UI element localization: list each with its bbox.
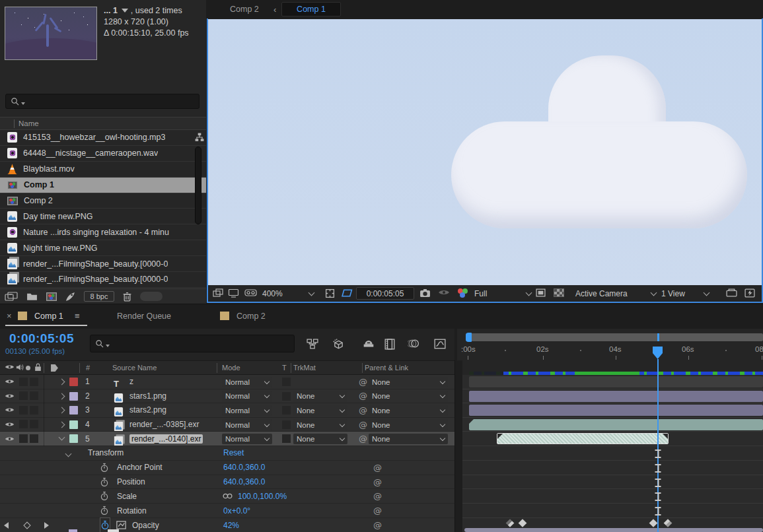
layer-trkmat-select[interactable]: None xyxy=(293,434,347,445)
stopwatch-icon[interactable] xyxy=(100,504,108,517)
layer-row[interactable]: 2 stars1.png Normal None @ None xyxy=(0,389,462,404)
pickwhip-icon[interactable]: @ xyxy=(373,475,382,489)
layer-trkmat-select[interactable]: None xyxy=(293,405,347,416)
layer-t-toggle[interactable] xyxy=(282,434,291,443)
reset-link[interactable]: Reset xyxy=(223,446,244,460)
mask-visibility-icon[interactable] xyxy=(342,288,353,298)
layer-mode-select[interactable]: Normal xyxy=(222,405,272,416)
rocket-icon[interactable] xyxy=(65,292,75,302)
fast-previews-icon[interactable] xyxy=(745,288,755,298)
timeline-tab-comp2[interactable]: Comp 2 xyxy=(236,312,266,321)
layer-audio-cell[interactable] xyxy=(19,391,28,400)
timeline-search-input[interactable] xyxy=(90,335,295,352)
property-value[interactable]: 0x+0.0° xyxy=(223,504,250,517)
layer-mode-select[interactable]: Normal xyxy=(222,391,272,402)
layer-solo-cell[interactable] xyxy=(30,420,38,428)
camera-view-select[interactable]: Active Camera xyxy=(575,288,656,299)
lock-column-icon[interactable] xyxy=(34,363,42,372)
stopwatch-icon[interactable] xyxy=(100,475,108,489)
pickwhip-icon[interactable]: @ xyxy=(373,504,382,517)
preview-dropdown-caret[interactable] xyxy=(122,9,128,13)
layer-name[interactable]: stars2.png xyxy=(129,403,166,417)
keyframe-navigator[interactable] xyxy=(3,518,55,532)
layer-visibility-toggle[interactable] xyxy=(5,418,15,432)
layer-parent-select[interactable]: None xyxy=(369,391,448,402)
layer-row[interactable]: 5 render_...-0140].exr Normal None @ Non… xyxy=(0,432,462,446)
layer-mode-select[interactable]: Normal xyxy=(222,434,272,445)
interpret-footage-icon[interactable] xyxy=(5,292,18,302)
viewer-tab-comp2[interactable]: Comp 2 xyxy=(230,5,259,14)
layer-parent-select[interactable]: None xyxy=(369,405,448,416)
show-snapshot-eye-icon[interactable] xyxy=(438,288,450,296)
motion-blur-icon[interactable] xyxy=(408,339,419,349)
work-area-start-handle[interactable] xyxy=(466,333,472,342)
name-column-header[interactable]: Name xyxy=(18,117,39,130)
layer-mode-select[interactable]: Normal xyxy=(222,377,272,388)
layer-expander[interactable] xyxy=(59,379,65,385)
work-area-bar[interactable] xyxy=(466,333,763,341)
pickwhip-icon[interactable]: @ xyxy=(359,389,367,403)
graph-editor-icon[interactable] xyxy=(434,339,446,349)
layer-label-color[interactable] xyxy=(69,434,78,443)
layer-name[interactable]: stars1.png xyxy=(129,389,166,403)
current-time-display[interactable]: 0:00:05:05 xyxy=(9,331,74,346)
timeline-tab-render-queue[interactable]: Render Queue xyxy=(117,312,171,321)
layer-row[interactable]: 4 render_...-0385].exr Normal None @ Non… xyxy=(0,418,462,432)
project-item-row[interactable]: Night time new.PNG xyxy=(0,240,206,256)
search-options-caret[interactable] xyxy=(21,102,25,105)
layer-audio-cell[interactable] xyxy=(19,420,28,428)
layer-trkmat-select[interactable]: None xyxy=(293,419,347,430)
viewer-back-chevron[interactable]: ‹ xyxy=(273,5,276,15)
layer-expander[interactable] xyxy=(59,407,65,414)
property-value[interactable]: 640.0,360.0 xyxy=(223,461,265,475)
grid-options-icon[interactable] xyxy=(325,288,335,298)
layer-row[interactable]: 3 stars2.png Normal None @ None xyxy=(0,403,462,418)
group-expander[interactable] xyxy=(65,451,72,457)
layer-t-toggle[interactable] xyxy=(282,406,291,415)
project-list-scrollbar[interactable] xyxy=(195,147,201,224)
layer-solo-cell[interactable] xyxy=(30,406,38,415)
layer-name[interactable]: render_...-0385].exr xyxy=(129,418,199,432)
view-layout-select[interactable]: 1 View xyxy=(661,288,709,299)
project-item-row[interactable]: 415153__howebzar__owl-hooting.mp3 xyxy=(0,130,206,146)
timeline-horizontal-scrollbar[interactable] xyxy=(464,528,763,532)
layer-name[interactable]: z xyxy=(129,375,133,389)
layer-visibility-toggle[interactable] xyxy=(5,432,15,446)
layer-duration-bar[interactable] xyxy=(469,419,763,430)
trkmat-column-header[interactable]: TrkMat xyxy=(293,364,316,372)
viewer-current-time[interactable]: 0:00:05:05 xyxy=(356,287,414,300)
panel-resize-pill[interactable] xyxy=(140,292,163,301)
layer-duration-bar[interactable] xyxy=(469,405,763,416)
pickwhip-icon[interactable]: @ xyxy=(359,375,367,389)
transform-group-row[interactable]: Transform Reset xyxy=(0,446,462,461)
shy-layers-icon[interactable] xyxy=(363,339,375,349)
mode-column-header[interactable]: Mode xyxy=(222,364,240,372)
project-item-row[interactable]: 64448__nicstage__cameraopen.wav xyxy=(0,146,206,162)
composition-viewport[interactable] xyxy=(208,19,763,285)
resolution-select[interactable]: Full xyxy=(474,288,531,299)
layer-expander[interactable] xyxy=(59,421,65,428)
layer-audio-cell[interactable] xyxy=(19,378,28,386)
region-of-interest-icon[interactable] xyxy=(536,288,546,297)
project-list-header[interactable]: Name xyxy=(0,117,206,130)
layer-visibility-toggle[interactable] xyxy=(5,375,15,389)
time-ruler[interactable]: :00s 02s 04s 06s 08 xyxy=(457,329,763,360)
layer-solo-cell[interactable] xyxy=(30,434,38,443)
project-bit-depth-button[interactable]: 8 bpc xyxy=(84,291,114,302)
layer-label-color[interactable] xyxy=(69,378,78,386)
property-value[interactable]: 42% xyxy=(223,518,239,532)
layer-name[interactable]: render_...-0140].exr xyxy=(129,432,203,446)
parent-column-header[interactable]: Parent & Link xyxy=(365,364,408,372)
layer-label-color[interactable] xyxy=(69,420,78,429)
layer-parent-select[interactable]: None xyxy=(369,419,448,430)
property-value[interactable]: 640.0,360.0 xyxy=(223,475,265,489)
eye-column-icon[interactable] xyxy=(5,364,15,370)
link-icon[interactable] xyxy=(222,489,233,503)
layer-solo-cell[interactable] xyxy=(30,378,38,386)
pickwhip-icon[interactable]: @ xyxy=(373,489,382,503)
layer-label-color[interactable] xyxy=(69,392,78,401)
layer-label-color[interactable] xyxy=(69,406,78,415)
layer-duration-bar[interactable] xyxy=(469,391,763,402)
layer-visibility-toggle[interactable] xyxy=(5,389,15,403)
layer-expander[interactable] xyxy=(59,393,65,399)
